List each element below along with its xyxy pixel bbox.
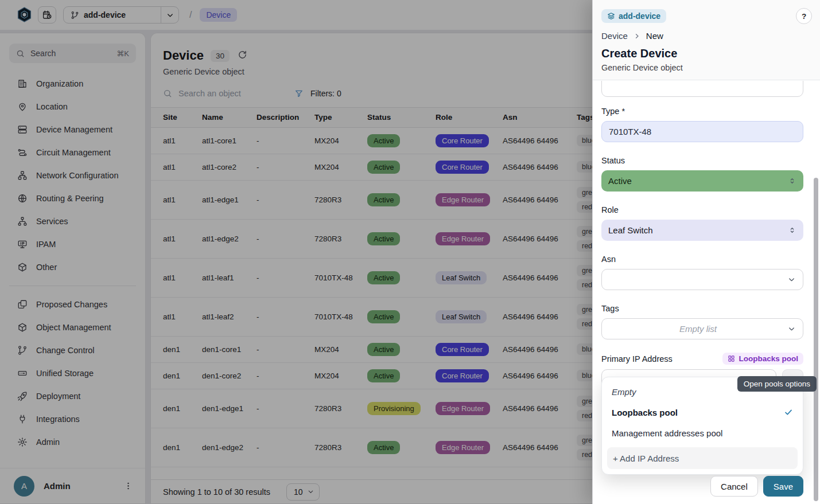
tags-select[interactable]: Empty list (601, 318, 803, 339)
type-label: Type * (601, 106, 803, 116)
drawer-overlay[interactable] (0, 0, 592, 504)
breadcrumb-parent[interactable]: Device (601, 31, 628, 41)
primary-ip-label: Primary IP Address (601, 354, 673, 364)
pool-badge[interactable]: Loopbacks pool (722, 353, 803, 365)
grid-icon (728, 355, 735, 362)
dropdown-option-management-addresses-pool[interactable]: Management addresses pool (602, 423, 803, 443)
status-label: Status (601, 155, 803, 166)
add-ip-address-button[interactable]: + Add IP Address (607, 447, 798, 469)
branch-chip-label: add-device (619, 11, 660, 21)
asn-label: Asn (601, 254, 803, 264)
tooltip: Open pools options (737, 376, 817, 392)
asn-select[interactable] (601, 269, 803, 290)
breadcrumb-current: New (646, 31, 663, 41)
role-label: Role (601, 205, 803, 215)
drawer-scrollbar[interactable] (814, 178, 818, 501)
layers-icon (607, 12, 615, 20)
status-value: Active (608, 176, 632, 186)
drawer-title: Create Device (601, 47, 811, 60)
role-select[interactable]: Leaf Switch (601, 220, 803, 241)
type-value: 7010TX-48 (609, 127, 651, 136)
branch-chip[interactable]: add-device (601, 9, 666, 23)
create-device-drawer: add-device ? Device New Create Device Ge… (592, 0, 820, 504)
drawer-breadcrumb: Device New (601, 31, 811, 41)
unfold-icon (788, 177, 796, 185)
dropdown-option-loopbacks-pool[interactable]: Loopbacks pool (602, 402, 803, 423)
drawer-subtitle: Generic Device object (601, 63, 811, 72)
scrolled-field[interactable] (601, 81, 803, 97)
chevron-down-icon (787, 275, 796, 284)
cancel-button[interactable]: Cancel (710, 476, 758, 497)
status-select[interactable]: Active (601, 170, 803, 192)
check-icon (784, 408, 793, 417)
drawer-header: add-device ? Device New Create Device Ge… (593, 0, 820, 80)
tags-label: Tags (601, 303, 803, 314)
help-button[interactable]: ? (796, 8, 812, 24)
unfold-icon (788, 226, 796, 235)
chevron-right-icon (634, 33, 640, 40)
chevron-down-icon (787, 325, 796, 333)
app-root: add-device / Device Search ⌘K Organizati… (0, 0, 820, 504)
pool-badge-label: Loopbacks pool (739, 354, 798, 363)
tags-placeholder: Empty list (609, 324, 787, 334)
save-button[interactable]: Save (763, 476, 803, 497)
role-value: Leaf Switch (608, 225, 653, 235)
type-input[interactable]: 7010TX-48 (601, 121, 803, 142)
